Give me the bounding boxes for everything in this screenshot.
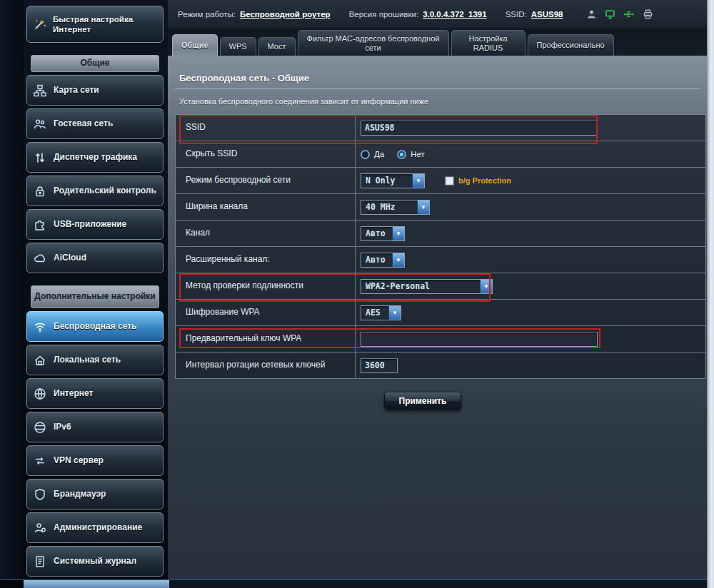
sidebar-item-label: USB-приложение xyxy=(54,220,126,230)
quick-setup-button[interactable]: Быстрая настройка Интернет xyxy=(26,6,164,43)
sidebar-item-system-log[interactable]: Системный журнал xyxy=(26,546,164,577)
chevron-down-icon: ▼ xyxy=(392,253,404,267)
sidebar-item-wan[interactable]: Интернет xyxy=(26,378,164,409)
sidebar-item-ipv6[interactable]: IPv6 xyxy=(26,412,164,442)
ssid-input[interactable] xyxy=(361,121,598,136)
hide-ssid-no-radio[interactable] xyxy=(397,150,406,159)
key-rotation-input[interactable] xyxy=(361,358,398,373)
form-row-wpa-key: Предварительный ключ WPA xyxy=(176,326,705,353)
tab-wps[interactable]: WPS xyxy=(220,37,256,56)
scrollbar[interactable] xyxy=(707,0,714,588)
hide-ssid-no-label: Нет xyxy=(411,150,425,158)
wireless-icon xyxy=(33,320,47,333)
wpa-encryption-select[interactable]: AES ▼ xyxy=(361,305,401,320)
network-status-icon[interactable] xyxy=(604,9,616,20)
sidebar-item-firewall[interactable]: Брандмауэр xyxy=(26,479,164,510)
auth-method-value: WPA2-Personal xyxy=(361,280,480,293)
main-content: Беспроводная сеть - Общие Установка бесп… xyxy=(168,56,707,579)
wireless-mode-label: Режим беспроводной сети xyxy=(176,168,356,193)
sidebar-item-parental-control[interactable]: Родительский контроль xyxy=(26,176,164,206)
sidebar-item-lan[interactable]: Локальная сеть xyxy=(26,345,164,375)
hide-ssid-yes-label: Да xyxy=(374,150,384,158)
aicloud-icon xyxy=(33,252,47,265)
sidebar-item-label: IPv6 xyxy=(54,422,71,432)
sidebar-header-general: Общие xyxy=(31,55,159,72)
tab-general[interactable]: Общие xyxy=(172,34,218,56)
sidebar-item-traffic-manager[interactable]: Диспетчер трафика xyxy=(26,142,164,173)
syslog-icon xyxy=(33,555,47,568)
form-row-auth-method: Метод проверки подлинности WPA2-Personal… xyxy=(176,273,705,300)
sidebar-item-label: Гостевая сеть xyxy=(54,119,113,129)
sidebar-item-wireless[interactable]: Беспроводная сеть xyxy=(26,311,164,342)
wireless-mode-select[interactable]: N Only ▼ xyxy=(361,173,425,188)
traffic-manager-icon xyxy=(33,151,47,164)
wpa-encryption-label: Шифрование WPA xyxy=(176,300,356,325)
chevron-down-icon: ▼ xyxy=(388,306,401,320)
auth-method-label: Метод проверки подлинности xyxy=(176,273,356,299)
sidebar-item-vpn-server[interactable]: VPN сервер xyxy=(26,445,164,476)
guest-network-icon xyxy=(33,118,47,131)
sidebar-item-label: Системный журнал xyxy=(54,557,136,567)
form-row-channel: Канал Авто ▼ xyxy=(176,220,705,247)
sidebar-item-aicloud[interactable]: AiCloud xyxy=(26,243,164,273)
quick-setup-label: Быстрая настройка Интернет xyxy=(53,14,133,35)
window-bottom-edge xyxy=(0,579,707,588)
extension-channel-label: Расширенный канал: xyxy=(176,247,356,273)
bottom-edge-blue xyxy=(24,580,169,588)
firewall-icon xyxy=(33,488,47,501)
status-topbar: Режим работы: Беспроводной роутер Версия… xyxy=(168,0,707,29)
lan-icon xyxy=(33,354,47,367)
bg-protection-label: b/g Protection xyxy=(458,176,511,185)
form-row-key-rotation: Интервал ротации сетевых ключей xyxy=(176,353,705,379)
firmware-value-link[interactable]: 3.0.0.4.372_1391 xyxy=(423,10,487,19)
apply-button[interactable]: Применить xyxy=(384,392,461,410)
sidebar-item-usb-application[interactable]: USB-приложение xyxy=(26,209,164,240)
form-row-wpa-encryption: Шифрование WPA AES ▼ xyxy=(176,300,705,326)
hide-ssid-yes-radio[interactable] xyxy=(361,150,370,159)
channel-width-value: 40 MHz xyxy=(361,201,417,214)
chevron-down-icon: ▼ xyxy=(392,227,404,240)
sidebar-item-label: Администри­рование xyxy=(54,523,142,533)
tab-bar: Общие WPS Мост Фильтр MAC-адресов беспро… xyxy=(168,29,707,56)
bg-protection-checkbox[interactable] xyxy=(445,176,454,186)
admin-icon xyxy=(33,522,47,534)
page-title: Беспроводная сеть - Общие xyxy=(175,73,700,89)
wan-icon xyxy=(33,387,47,400)
sidebar-item-label: Интернет xyxy=(54,389,93,399)
mode-value-link[interactable]: Беспроводной роутер xyxy=(240,10,331,19)
sidebar-item-label: Карта сети xyxy=(54,86,99,96)
printer-status-icon[interactable] xyxy=(642,9,654,20)
sidebar-item-administration[interactable]: Администри­рование xyxy=(26,512,164,543)
vpn-icon xyxy=(33,455,47,467)
tab-professional[interactable]: Профессионально xyxy=(528,34,614,56)
hide-ssid-label: Скрыть SSID xyxy=(176,141,356,167)
channel-width-select[interactable]: 40 MHz ▼ xyxy=(361,200,430,215)
tab-radius[interactable]: Настройка RADIUS xyxy=(451,30,526,56)
ssid-label: SSID xyxy=(176,115,356,141)
magic-wand-icon xyxy=(33,16,47,32)
usb-status-icon[interactable] xyxy=(623,9,635,20)
clients-icon[interactable] xyxy=(585,9,598,20)
ipv6-icon xyxy=(33,421,47,434)
tab-bridge[interactable]: Мост xyxy=(258,37,296,56)
sidebar-item-network-map[interactable]: Карта сети xyxy=(26,75,164,106)
bottom-edge-black xyxy=(0,580,24,588)
sidebar-item-label: Родительский контроль xyxy=(54,186,156,196)
channel-select[interactable]: Авто ▼ xyxy=(361,226,405,241)
key-rotation-label: Интервал ротации сетевых ключей xyxy=(176,353,356,378)
sidebar-item-label: Беспроводная сеть xyxy=(54,322,136,332)
sidebar-item-guest-network[interactable]: Гостевая сеть xyxy=(26,108,164,139)
channel-label: Канал xyxy=(176,220,356,246)
extension-channel-select[interactable]: Авто ▼ xyxy=(361,253,405,268)
form-row-wireless-mode: Режим беспроводной сети N Only ▼ b/g Pro… xyxy=(176,168,705,194)
chevron-down-icon: ▼ xyxy=(417,201,429,214)
wpa-key-input[interactable] xyxy=(361,332,598,347)
form-row-hide-ssid: Скрыть SSID Да Нет xyxy=(176,141,705,168)
form-row-extension-channel: Расширенный канал: Авто ▼ xyxy=(176,247,705,273)
tab-mac-filter[interactable]: Фильтр MAC-адресов беспроводной сети xyxy=(298,30,449,56)
chevron-down-icon: ▼ xyxy=(412,174,424,188)
ssid-topbar-value-link[interactable]: ASUS98 xyxy=(531,10,563,19)
form-row-ssid: SSID xyxy=(176,115,705,141)
channel-width-label: Ширина канала xyxy=(176,194,356,220)
auth-method-select[interactable]: WPA2-Personal ▼ xyxy=(361,279,493,294)
